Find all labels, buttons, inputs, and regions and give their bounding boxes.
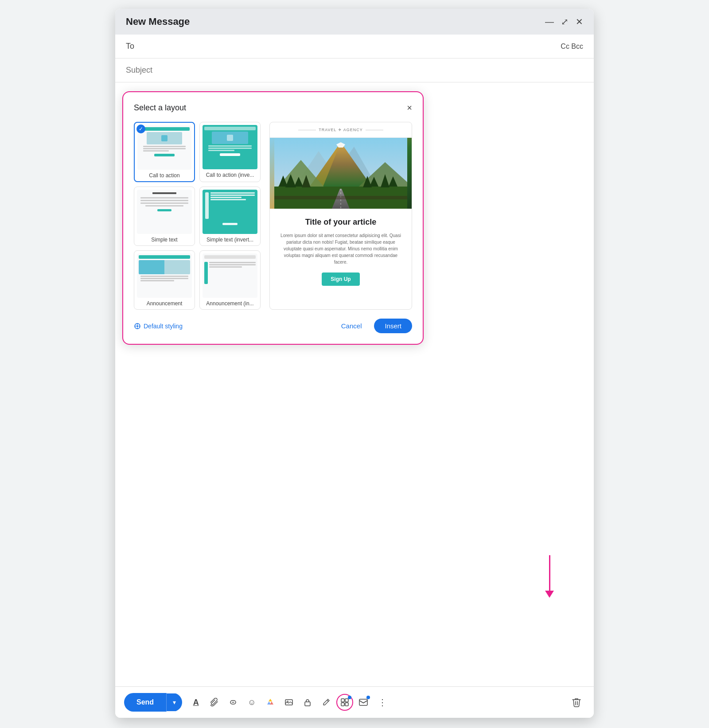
preview-line [143, 148, 186, 149]
layout-dialog: Select a layout × ✓ [122, 91, 424, 345]
compose-window: New Message — ⤢ ✕ To Cc Bcc Select a lay… [115, 9, 594, 718]
card-preview-call-to-action-inv [203, 125, 257, 169]
preview-title-line [152, 192, 176, 194]
preview-cta-button[interactable]: Sign Up [322, 273, 359, 286]
preview-line [145, 205, 183, 206]
send-button-group: Send ▾ [124, 693, 182, 712]
dialog-header: Select a layout × [134, 103, 412, 113]
preview-inv-line [210, 199, 246, 200]
cancel-button[interactable]: Cancel [334, 319, 369, 333]
dialog-body: ✓ [134, 122, 412, 310]
trash-svg-icon [572, 697, 581, 707]
dialog-footer: Default styling Cancel Insert [134, 319, 412, 333]
preview-line [140, 200, 188, 201]
preview-email: TRAVEL ✈ AGENCY [270, 122, 412, 309]
send-dropdown-button[interactable]: ▾ [167, 693, 182, 711]
preview-ann-inv-line [209, 266, 242, 268]
minimize-button[interactable]: — [545, 17, 554, 27]
subject-input[interactable] [126, 66, 583, 75]
preview-line [143, 150, 169, 152]
layout-grid-container: ✓ [134, 122, 262, 310]
title-bar: New Message — ⤢ ✕ [115, 9, 594, 35]
drive-svg-icon [266, 698, 274, 706]
preview-img-icon-inv [227, 135, 233, 141]
signature-icon[interactable] [318, 694, 335, 711]
preview-ann-inv-lines [209, 262, 256, 284]
preview-email-content: Title of your article Lorem ipsum dolor … [270, 209, 412, 295]
lock-svg-icon [304, 698, 311, 706]
layout-icon[interactable] [336, 694, 353, 711]
svg-rect-34 [359, 699, 367, 705]
maximize-button[interactable]: ⤢ [561, 16, 569, 27]
preview-ann-inv-col [204, 262, 208, 284]
layout-card-simple-inv[interactable]: Simple text (invert... [199, 187, 261, 246]
attachment-icon[interactable] [206, 694, 223, 711]
confidential-mail-icon[interactable] [355, 694, 372, 711]
layout-card-label: Simple text (invert... [203, 237, 257, 243]
preview-line [140, 197, 188, 199]
layout-card-call-to-action-inv[interactable]: Call to action (inve... [199, 122, 261, 182]
photo-icon[interactable] [280, 694, 297, 711]
card-preview-simple-text [137, 190, 192, 234]
preview-ann-line [140, 276, 188, 277]
arrow-annotation [545, 555, 554, 598]
delete-icon[interactable] [568, 694, 585, 711]
preview-ann-img [139, 260, 190, 274]
arrow-line [549, 555, 550, 591]
close-button[interactable]: ✕ [576, 16, 583, 27]
google-drive-icon[interactable] [262, 694, 279, 711]
preview-img-block-inv [212, 132, 248, 144]
svg-rect-33 [345, 703, 348, 706]
link-icon[interactable] [225, 694, 242, 711]
svg-rect-32 [341, 703, 344, 706]
card-preview-call-to-action [137, 125, 191, 170]
preview-inv-lines [210, 192, 255, 219]
svg-point-21 [136, 325, 138, 327]
styling-icon [134, 323, 141, 330]
layout-card-announcement-inv[interactable]: Announcement (in... [199, 250, 261, 310]
font-format-icon[interactable]: A [187, 694, 204, 711]
selected-check-icon: ✓ [136, 125, 145, 133]
default-styling-link[interactable]: Default styling [134, 323, 183, 330]
mail-svg-icon [359, 699, 368, 706]
preview-ann-line [140, 280, 174, 281]
preview-logo-line-left [298, 130, 316, 130]
preview-ann-lines [139, 276, 190, 281]
preview-ann-inv-body [204, 262, 256, 284]
more-options-icon[interactable]: ⋮ [374, 694, 390, 711]
to-label: To [126, 42, 144, 51]
emoji-icon[interactable]: ☺ [243, 694, 260, 711]
layout-card-announcement[interactable]: Announcement [134, 250, 195, 310]
preview-inv-line [210, 195, 255, 196]
layout-card-simple-text[interactable]: Simple text [134, 187, 195, 246]
body-area[interactable]: Select a layout × ✓ [115, 82, 594, 686]
dialog-footer-actions: Cancel Insert [334, 319, 412, 333]
preview-line-inv [208, 150, 234, 151]
preview-panel: TRAVEL ✈ AGENCY [269, 122, 412, 310]
preview-ann-img-inner [139, 260, 164, 274]
card-preview-announcement [137, 253, 192, 298]
preview-header-bar-inv [204, 127, 256, 130]
dialog-close-button[interactable]: × [407, 103, 412, 113]
font-icon-symbol: A [193, 698, 199, 707]
emoji-symbol: ☺ [248, 698, 256, 707]
preview-cta-btn [154, 154, 175, 156]
insert-button[interactable]: Insert [374, 319, 412, 333]
preview-line-inv [208, 148, 252, 149]
compose-toolbar: Send ▾ A ☺ [115, 686, 594, 718]
preview-header-bar [139, 127, 190, 131]
preview-inv-col [205, 192, 255, 219]
to-row: To Cc Bcc [115, 35, 594, 58]
cc-bcc-button[interactable]: Cc Bcc [561, 43, 583, 51]
to-input[interactable] [149, 42, 555, 51]
layout-grid: ✓ [134, 122, 262, 310]
lock-icon[interactable] [299, 694, 316, 711]
send-button[interactable]: Send [124, 693, 167, 712]
preview-inv-line [210, 197, 242, 198]
preview-line [143, 146, 186, 147]
svg-rect-28 [305, 702, 310, 706]
preview-img-block [147, 132, 182, 144]
preview-simple-inv-btn [222, 223, 238, 225]
layout-card-call-to-action[interactable]: ✓ [134, 122, 195, 182]
default-styling-label: Default styling [144, 323, 183, 330]
